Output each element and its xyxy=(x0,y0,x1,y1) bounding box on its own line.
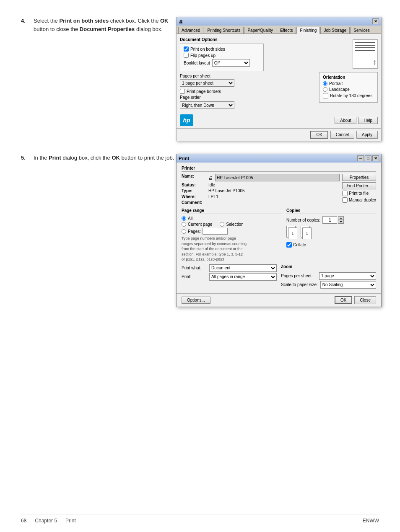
tab-services[interactable]: Services xyxy=(350,27,373,34)
landscape-radio[interactable] xyxy=(323,87,327,92)
about-button[interactable]: About xyxy=(335,117,356,124)
print-select[interactable]: All pages in range xyxy=(209,273,277,281)
step4-row: 4. Select the Print on both sides check … xyxy=(21,17,379,141)
all-pages-row: All xyxy=(182,216,282,221)
pages-per-sheet-zoom-select[interactable]: 1 page xyxy=(319,272,376,280)
print-what-select[interactable]: Document xyxy=(209,264,277,272)
print-footer-buttons: OK Close xyxy=(335,296,376,304)
printer-section-title: Printer xyxy=(182,166,376,172)
step4-dialog: 🖨 ✕ Advanced Printing Shortcuts Paper/Qu… xyxy=(176,17,382,141)
printer-name-input[interactable] xyxy=(215,174,340,181)
footer-brand: ENWW xyxy=(363,518,379,524)
print-dialog-footer: Options... OK Close xyxy=(177,293,381,307)
collate-checkbox[interactable] xyxy=(286,242,292,248)
tab-finishing[interactable]: Finishing xyxy=(296,27,320,34)
printer-status-row: Status: Idle xyxy=(182,183,340,187)
print-titlebar-buttons: ─ □ ✕ xyxy=(357,155,379,161)
printer-main-row: Name: 🖨 Status: Idle xyxy=(182,174,376,206)
status-label: Status: xyxy=(182,183,206,187)
ok-button[interactable]: OK xyxy=(310,131,328,139)
flip-pages-label: Flip pages up xyxy=(190,53,216,58)
page-order-select[interactable]: Right, then Down xyxy=(180,101,234,109)
landscape-row: Landscape xyxy=(323,87,374,92)
footer-page-number: 68 xyxy=(21,518,26,524)
print-to-file-checkbox[interactable] xyxy=(342,191,348,196)
spinner-down-button[interactable]: ▼ xyxy=(338,220,344,224)
copies-input[interactable] xyxy=(322,216,337,224)
footer-section: Print xyxy=(65,518,76,524)
print-what-section: Print what: Document Print: All pages in… xyxy=(182,264,376,290)
print-dialog: Print ─ □ ✕ Printer Name: xyxy=(176,154,382,307)
portrait-row: Portrait xyxy=(323,81,374,86)
print-what-label: Print what: xyxy=(182,266,207,270)
printer-type-row: Type: HP LaserJet P1005 xyxy=(182,189,340,193)
print-ok-button[interactable]: OK xyxy=(335,296,352,304)
manual-duplex-checkbox[interactable] xyxy=(342,197,348,203)
print-page-borders-row: Print page borders xyxy=(180,89,264,94)
tab-job-storage[interactable]: Job Storage xyxy=(320,27,350,34)
print-page-borders-label: Print page borders xyxy=(187,89,221,94)
selection-label: Selection xyxy=(226,222,243,227)
page-container: 4. Select the Print on both sides check … xyxy=(0,0,400,532)
rotate-checkbox[interactable] xyxy=(323,93,328,98)
properties-button[interactable]: Properties xyxy=(342,174,376,181)
print-close-button[interactable]: Close xyxy=(354,296,376,304)
pages-per-sheet-select[interactable]: 1 page per sheet xyxy=(180,79,234,87)
comment-label: Comment: xyxy=(182,200,206,205)
print-both-sides-row: Print on both sides xyxy=(184,46,260,52)
two-sided-icon: ↕ xyxy=(373,58,377,67)
print-to-file-label: Print to file xyxy=(349,191,369,196)
print-page-borders-checkbox[interactable] xyxy=(180,89,185,94)
apply-button[interactable]: Apply xyxy=(356,131,378,139)
print-minimize-icon[interactable]: ─ xyxy=(357,155,364,161)
booklet-layout-select[interactable]: Off xyxy=(212,59,250,67)
all-radio[interactable] xyxy=(182,216,186,221)
doc-properties-titlebar: 🖨 ✕ xyxy=(177,17,381,26)
flip-pages-checkbox[interactable] xyxy=(184,53,189,58)
printer-comment-row: Comment: xyxy=(182,200,340,205)
cancel-button[interactable]: Cancel xyxy=(330,131,354,139)
copies-spinner: ▲ ▼ xyxy=(322,216,344,224)
scale-select[interactable]: No Scaling xyxy=(320,281,376,289)
options-button[interactable]: Options... xyxy=(182,297,210,304)
current-page-radio[interactable] xyxy=(182,222,186,227)
find-printer-button[interactable]: Find Printer... xyxy=(342,182,376,189)
pages-radio[interactable] xyxy=(182,229,186,234)
print-maximize-icon[interactable]: □ xyxy=(365,155,371,161)
pages-input[interactable] xyxy=(203,228,228,235)
booklet-layout-label: Booklet layout xyxy=(184,61,210,65)
pages-per-sheet-zoom-row: Pages per sheet: 1 page xyxy=(281,272,376,280)
doc-properties-bottom: hp About Help xyxy=(177,112,381,128)
flip-pages-row: Flip pages up xyxy=(184,53,260,58)
current-page-row: Current page Selection xyxy=(182,222,282,227)
zoom-title: Zoom xyxy=(281,264,376,270)
num-copies-label: Number of copies: xyxy=(286,218,320,222)
print-close-icon[interactable]: ✕ xyxy=(372,155,379,161)
current-page-label: Current page xyxy=(188,222,212,227)
doc-properties-title: 🖨 xyxy=(179,19,183,24)
tab-advanced[interactable]: Advanced xyxy=(178,27,203,34)
page-range-copies-row: Page range All Current page Selection xyxy=(182,208,376,262)
landscape-label: Landscape xyxy=(329,87,350,92)
status-value: Idle xyxy=(208,183,340,187)
close-icon[interactable]: ✕ xyxy=(372,18,379,24)
titlebar-buttons: ✕ xyxy=(372,18,379,24)
selection-radio[interactable] xyxy=(220,222,224,227)
page-order-row: Page order xyxy=(180,95,264,100)
print-both-sides-checkbox[interactable] xyxy=(184,46,189,52)
printer-where-row: Where: LPT1: xyxy=(182,194,340,199)
footer-chapter: Chapter 5 xyxy=(35,518,57,524)
tab-effects[interactable]: Effects xyxy=(277,27,296,34)
page-range-section: Page range All Current page Selection xyxy=(182,208,282,262)
where-value: LPT1: xyxy=(208,194,340,199)
manual-duplex-label: Manual duplex xyxy=(349,198,376,202)
print-both-sides-label: Print on both sides xyxy=(190,47,225,52)
pages-per-sheet-zoom-label: Pages per sheet: xyxy=(281,274,317,278)
tab-printing-shortcuts[interactable]: Printing Shortcuts xyxy=(204,27,244,34)
print-what-row: Print what: Document xyxy=(182,264,277,272)
document-options-section: Print on both sides Flip pages up Bookle… xyxy=(180,44,264,71)
portrait-radio[interactable] xyxy=(323,81,327,86)
spinner-up-button[interactable]: ▲ xyxy=(338,216,344,220)
help-button[interactable]: Help xyxy=(358,117,378,124)
tab-paper-quality[interactable]: Paper/Quality xyxy=(244,27,276,34)
